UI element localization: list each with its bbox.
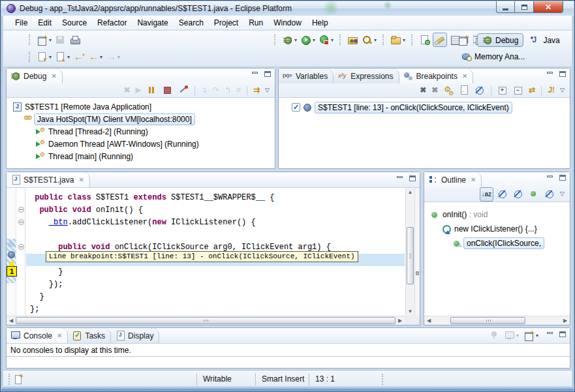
- tab-display[interactable]: Display: [111, 328, 159, 343]
- new-wizard-button[interactable]: ▾: [36, 33, 53, 47]
- debug-tree-item[interactable]: S$TEST1 [Remote Java Application]: [7, 100, 275, 113]
- dropdown-icon[interactable]: ▾: [313, 37, 315, 43]
- use-step-filters-button[interactable]: ⇉: [252, 83, 261, 98]
- resume-button[interactable]: ▶: [134, 83, 143, 98]
- step-return-button[interactable]: ↰: [223, 83, 232, 98]
- open-console-button[interactable]: ▾: [523, 329, 540, 343]
- maximize-view-button[interactable]: [558, 331, 567, 339]
- last-edit-annotation-button[interactable]: [418, 33, 431, 47]
- code-line[interactable]: }: [30, 291, 405, 303]
- breakpoint-marker-icon[interactable]: [8, 251, 15, 258]
- toolbar-grip[interactable]: [29, 52, 31, 62]
- editor-horizontal-scrollbar[interactable]: ◀ ▶: [7, 316, 405, 325]
- code-line[interactable]: public void onInit() {: [30, 204, 405, 217]
- dropdown-icon[interactable]: ▾: [374, 37, 377, 43]
- vertical-scroll-thumb[interactable]: [407, 227, 414, 284]
- collapse-all-button[interactable]: −: [512, 83, 525, 98]
- add-java-exception-breakpoint-button[interactable]: J!: [546, 83, 556, 98]
- fold-collapse-icon[interactable]: [18, 219, 24, 225]
- link-with-debug-view-button[interactable]: ⇄: [527, 83, 536, 98]
- debug-tree-item[interactable]: Thread [Thread-2] (Running): [7, 125, 275, 138]
- dropdown-icon[interactable]: ▾: [516, 333, 519, 339]
- step-into-button[interactable]: ↴: [200, 83, 209, 98]
- mark-occurrences-button[interactable]: [433, 33, 447, 47]
- view-menu-button[interactable]: ▽: [264, 83, 271, 98]
- hide-fields-button[interactable]: [496, 187, 509, 202]
- dropdown-icon[interactable]: ▾: [49, 37, 52, 43]
- expand-all-button[interactable]: +: [496, 83, 509, 98]
- annotation-ruler[interactable]: 1: [7, 188, 16, 316]
- scroll-right-icon[interactable]: ▶: [561, 316, 570, 325]
- toolbar-grip[interactable]: [274, 35, 277, 45]
- tab-variables[interactable]: Variables: [279, 68, 334, 83]
- horizontal-scroll-thumb[interactable]: [16, 317, 396, 324]
- outline-tree-item[interactable]: onInit() : void: [424, 207, 570, 222]
- tab-outline[interactable]: Outline ✕: [424, 172, 482, 187]
- menu-file[interactable]: File: [10, 17, 33, 29]
- minimize-view-button[interactable]: [546, 331, 554, 339]
- back-button[interactable]: ←▾: [87, 50, 104, 64]
- scroll-right-icon[interactable]: ▶: [396, 316, 405, 325]
- window-minimize-button[interactable]: [496, 1, 515, 13]
- disconnect-button[interactable]: [177, 83, 190, 98]
- menu-refactor[interactable]: Refactor: [92, 17, 132, 29]
- terminate-button[interactable]: [161, 83, 174, 98]
- menu-run[interactable]: Run: [243, 17, 268, 29]
- code-line[interactable]: [30, 229, 405, 241]
- dropdown-icon[interactable]: ▾: [403, 37, 405, 43]
- window-maximize-button[interactable]: [515, 1, 534, 13]
- next-annotation-button[interactable]: ▾: [36, 50, 53, 64]
- close-icon[interactable]: ✕: [57, 332, 62, 339]
- dropdown-icon[interactable]: ▾: [536, 333, 538, 339]
- menu-navigate[interactable]: Navigate: [132, 17, 173, 29]
- menu-edit[interactable]: Edit: [33, 17, 57, 29]
- dropdown-icon[interactable]: ▾: [67, 54, 70, 60]
- scroll-up-icon[interactable]: ▲: [406, 188, 414, 196]
- minimize-view-button[interactable]: [546, 71, 554, 78]
- view-menu-button[interactable]: ▽: [559, 187, 566, 202]
- debug-tree-item[interactable]: Daemon Thread [AWT-Windows] (Running): [7, 138, 275, 150]
- suspend-button[interactable]: [146, 83, 159, 98]
- remove-terminated-button[interactable]: ✖: [123, 83, 132, 98]
- perspective-memory-analysis[interactable]: Memory Ana...: [457, 50, 529, 63]
- tab-console[interactable]: Console✕: [7, 328, 68, 343]
- window-close-button[interactable]: ✕: [534, 1, 563, 13]
- tab-expressions[interactable]: Expressions: [334, 68, 399, 83]
- fold-collapse-icon[interactable]: [18, 244, 24, 250]
- outline-tree-item[interactable]: new IClickListener() {...}: [424, 222, 570, 236]
- toolbar-grip[interactable]: [339, 35, 342, 45]
- dropdown-icon[interactable]: ▾: [117, 54, 120, 60]
- fold-collapse-icon[interactable]: [18, 207, 24, 213]
- editor-tab[interactable]: S$TEST1.java ✕: [7, 172, 90, 187]
- close-icon[interactable]: ✕: [471, 176, 476, 183]
- code-line[interactable]: };: [30, 303, 405, 316]
- close-icon[interactable]: ✕: [51, 72, 56, 80]
- maximize-view-button[interactable]: [408, 175, 416, 183]
- overview-marker[interactable]: [416, 271, 419, 275]
- debug-button[interactable]: ▾: [281, 33, 298, 47]
- code-editor[interactable]: public class S$TEST1 extends S$TEST1__$W…: [26, 188, 405, 316]
- pin-console-button[interactable]: [488, 329, 501, 343]
- perspective-java[interactable]: Java: [525, 34, 564, 46]
- skip-all-breakpoints-button[interactable]: [473, 83, 486, 98]
- breakpoint-item[interactable]: ✓S$TEST1 [line: 13] - onClick(IClickSour…: [279, 101, 570, 113]
- forward-button[interactable]: →▾: [105, 50, 121, 64]
- breakpoint-checkbox[interactable]: ✓: [292, 103, 300, 112]
- horizontal-scroll-thumb[interactable]: [450, 317, 525, 324]
- sort-button[interactable]: ↓az: [480, 187, 494, 202]
- outline-tree-item[interactable]: onClick(IClickSource,: [424, 236, 570, 250]
- maximize-view-button[interactable]: [558, 175, 567, 182]
- print-button[interactable]: [69, 33, 82, 47]
- folding-ruler[interactable]: [17, 188, 25, 316]
- open-resource-button[interactable]: ▾: [390, 33, 407, 47]
- minimize-view-button[interactable]: [396, 175, 404, 183]
- code-line[interactable]: _btn.addClickListener(new IClickListener…: [30, 217, 405, 229]
- run-button[interactable]: ▾: [300, 33, 317, 47]
- toolbar-grip[interactable]: [29, 35, 31, 45]
- scroll-down-icon[interactable]: ▼: [406, 307, 414, 316]
- editor-status-icon[interactable]: [14, 374, 24, 384]
- tab-debug-view[interactable]: Debug ✕: [7, 68, 63, 83]
- dropdown-icon[interactable]: ▾: [49, 54, 52, 60]
- show-supported-breakpoints-button[interactable]: [442, 83, 455, 98]
- overview-ruler[interactable]: [414, 188, 420, 316]
